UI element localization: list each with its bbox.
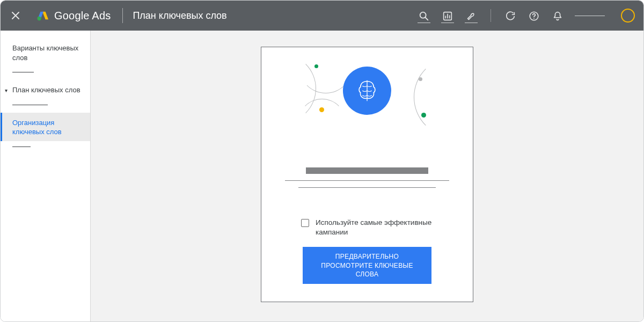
preview-keywords-button[interactable]: Предварительно просмотрите ключевые слов… xyxy=(303,247,431,284)
sidebar-item-keyword-ideas[interactable]: Варианты ключевых слов xyxy=(1,38,90,67)
sidebar-divider xyxy=(12,72,34,72)
sidebar-item-keyword-plan[interactable]: ▾ План ключевых слов xyxy=(1,80,90,99)
placeholder-bar xyxy=(306,167,428,174)
account-avatar[interactable] xyxy=(621,9,635,23)
toolbar-separator xyxy=(491,9,491,22)
close-icon xyxy=(9,9,22,22)
sidebar-item-organize-keywords[interactable]: Организация ключевых слов xyxy=(1,113,90,141)
sidebar-item-label: План ключевых слов xyxy=(12,86,80,94)
google-ads-logo-icon xyxy=(37,10,49,21)
notifications-button[interactable] xyxy=(551,9,564,22)
help-button[interactable] xyxy=(528,9,540,22)
svg-point-1 xyxy=(420,12,426,18)
use-best-campaigns-label: Используйте самые эффективные кампании xyxy=(316,218,433,237)
svg-point-4 xyxy=(533,18,535,19)
decor-dot xyxy=(419,77,422,81)
bar-chart-icon xyxy=(442,10,453,22)
sidebar: Варианты ключевых слов ▾ План ключевых с… xyxy=(1,31,91,322)
placeholder-line xyxy=(285,180,449,181)
close-button[interactable] xyxy=(9,9,22,22)
use-best-campaigns-checkbox[interactable] xyxy=(301,219,309,227)
sidebar-divider xyxy=(12,105,48,105)
tools-button[interactable] xyxy=(465,9,478,22)
account-placeholder xyxy=(575,16,605,16)
header-toolbar xyxy=(418,9,635,23)
search-icon xyxy=(418,10,430,22)
product-logo: Google Ads xyxy=(37,10,111,22)
sidebar-item-label: Варианты ключевых слов xyxy=(12,44,78,62)
product-name: Google Ads xyxy=(54,10,111,22)
placeholder-line xyxy=(298,187,436,188)
wrench-icon xyxy=(465,10,477,22)
refresh-icon xyxy=(504,10,516,22)
sidebar-item-label: Организация ключевых слов xyxy=(12,119,62,136)
brain-icon xyxy=(352,76,382,106)
bell-icon xyxy=(552,10,564,22)
sidebar-divider xyxy=(12,147,31,147)
header-divider xyxy=(122,8,123,23)
app-header: Google Ads План ключевых слов xyxy=(1,1,643,31)
card-illustration xyxy=(273,57,461,148)
decor-dot xyxy=(319,107,324,112)
card-title-placeholder xyxy=(273,167,461,188)
organize-card: Используйте самые эффективные кампании П… xyxy=(261,47,473,302)
help-icon xyxy=(528,10,540,22)
refresh-button[interactable] xyxy=(504,9,517,22)
brain-badge xyxy=(343,67,391,115)
main-content: Используйте самые эффективные кампании П… xyxy=(91,31,643,322)
decor-dot xyxy=(314,64,318,68)
svg-point-0 xyxy=(37,17,41,20)
page-title: План ключевых слов xyxy=(133,10,226,21)
caret-down-icon: ▾ xyxy=(5,87,8,94)
search-button[interactable] xyxy=(418,9,430,22)
reports-button[interactable] xyxy=(441,9,454,22)
decor-dot xyxy=(421,113,426,118)
